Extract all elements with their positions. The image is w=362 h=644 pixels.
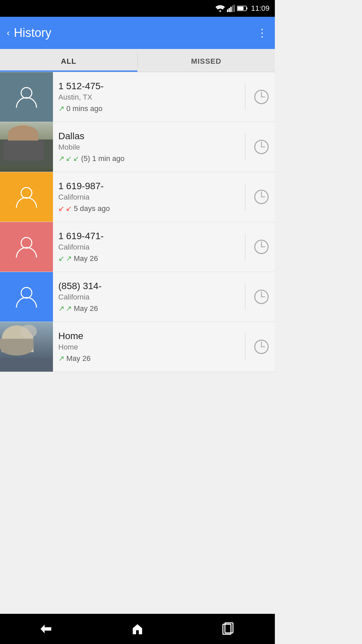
outgoing-arrow-icon: ↗: [58, 354, 64, 363]
avatar: [0, 322, 53, 372]
call-detail-button[interactable]: [248, 338, 275, 355]
clock-icon: [253, 89, 270, 105]
call-detail-button[interactable]: [248, 288, 275, 305]
call-time: May 26: [66, 354, 90, 363]
call-info: (858) 314-California↗↗May 26: [53, 275, 242, 318]
call-info: 1 619-471-California↙↗May 26: [53, 225, 242, 268]
call-detail-button[interactable]: [248, 139, 275, 155]
list-item[interactable]: 1 619-471-California↙↗May 26: [0, 222, 275, 272]
call-time: 1 min ago: [92, 154, 125, 163]
person-icon: [13, 283, 40, 310]
call-detail-button[interactable]: [248, 238, 275, 255]
call-name: 1 512-475-: [58, 81, 237, 92]
call-detail-button[interactable]: [248, 89, 275, 105]
svg-rect-4: [234, 5, 235, 12]
app-bar: ‹ History ⋮: [0, 17, 275, 49]
avatar: [0, 172, 53, 222]
clock-icon: [253, 139, 270, 155]
avatar: [0, 222, 53, 272]
call-location: Home: [58, 343, 237, 352]
call-location: California: [58, 293, 237, 302]
call-arrows: ↙↙: [58, 204, 72, 213]
call-divider: [245, 233, 245, 260]
call-arrows: ↙↗: [58, 254, 72, 263]
incoming-arrow-icon: ↙: [66, 154, 72, 163]
call-divider: [245, 333, 245, 360]
call-info: 1 512-475-Austin, TX↗0 mins ago: [53, 75, 242, 118]
back-button[interactable]: ‹: [7, 28, 10, 38]
call-location: California: [58, 193, 237, 202]
battery-icon: [237, 5, 248, 11]
call-name: Dallas: [58, 131, 237, 142]
svg-point-19: [21, 237, 32, 248]
avatar: [0, 272, 53, 322]
tab-all[interactable]: ALL: [0, 49, 137, 72]
svg-rect-2: [230, 7, 232, 12]
call-arrows: ↗: [58, 354, 64, 363]
svg-rect-7: [237, 7, 243, 10]
clock-icon: [253, 338, 270, 355]
call-time: May 26: [74, 254, 98, 263]
missed-arrow-icon: ↙: [58, 204, 64, 213]
call-meta: ↗↗May 26: [58, 304, 237, 313]
incoming-arrow-icon: ↙: [73, 154, 79, 163]
outgoing-arrow-icon: ↗: [58, 304, 64, 313]
avatar: [0, 122, 53, 172]
outgoing-arrow-icon: ↗: [66, 304, 72, 313]
svg-rect-6: [246, 7, 247, 9]
svg-point-23: [21, 287, 32, 298]
call-meta: ↗↙↙(5)1 min ago: [58, 154, 237, 163]
call-arrows: ↗↗: [58, 304, 72, 313]
outgoing-arrow-icon: ↗: [58, 154, 64, 163]
call-info: HomeHome↗May 26: [53, 325, 242, 368]
tab-missed[interactable]: MISSED: [138, 49, 275, 72]
person-icon: [13, 84, 40, 110]
menu-button[interactable]: ⋮: [257, 26, 268, 39]
call-location: California: [58, 243, 237, 252]
svg-rect-3: [232, 5, 233, 12]
outgoing-arrow-icon: ↗: [58, 104, 64, 113]
wifi-icon: [216, 5, 225, 12]
signal-icon: [227, 5, 235, 12]
call-arrows: ↗: [58, 104, 64, 113]
call-arrows: ↗↙↙: [58, 154, 79, 163]
list-item[interactable]: DallasMobile↗↙↙(5)1 min ago: [0, 122, 275, 172]
call-name: 1 619-987-: [58, 181, 237, 192]
call-meta: ↙↗May 26: [58, 254, 237, 263]
call-info: 1 619-987-California↙↙5 days ago: [53, 175, 242, 218]
call-info: DallasMobile↗↙↙(5)1 min ago: [53, 125, 242, 168]
list-item[interactable]: HomeHome↗May 26: [0, 322, 275, 372]
call-name: 1 619-471-: [58, 231, 237, 241]
call-meta: ↙↙5 days ago: [58, 204, 237, 213]
call-list: 1 512-475-Austin, TX↗0 mins ago DallasMo…: [0, 72, 275, 372]
status-icons: 11:09: [216, 4, 269, 13]
outgoing-arrow-icon: ↗: [66, 254, 72, 263]
list-item[interactable]: 1 512-475-Austin, TX↗0 mins ago: [0, 72, 275, 122]
call-location: Austin, TX: [58, 93, 237, 102]
call-detail-button[interactable]: [248, 189, 275, 205]
call-name: (858) 314-: [58, 281, 237, 291]
call-meta: ↗May 26: [58, 354, 237, 363]
call-time: 0 mins ago: [66, 104, 103, 113]
call-divider: [245, 183, 245, 210]
incoming-arrow-icon: ↙: [58, 254, 64, 263]
contact-photo: [0, 322, 53, 372]
call-meta: ↗0 mins ago: [58, 104, 237, 113]
list-item[interactable]: (858) 314-California↗↗May 26: [0, 272, 275, 322]
svg-point-8: [21, 88, 32, 98]
clock-icon: [253, 189, 270, 205]
person-icon: [13, 233, 40, 260]
contact-photo: [0, 122, 53, 172]
svg-point-15: [21, 187, 32, 198]
status-time: 11:09: [251, 4, 269, 13]
clock-icon: [253, 288, 270, 305]
status-bar: 11:09: [0, 0, 275, 17]
list-item[interactable]: 1 619-987-California↙↙5 days ago: [0, 172, 275, 222]
call-name: Home: [58, 331, 237, 341]
call-divider: [245, 133, 245, 160]
person-icon: [13, 183, 40, 210]
call-time: 5 days ago: [74, 204, 110, 213]
app-bar-left: ‹ History: [7, 26, 51, 40]
avatar: [0, 72, 53, 122]
page-title: History: [14, 26, 51, 40]
